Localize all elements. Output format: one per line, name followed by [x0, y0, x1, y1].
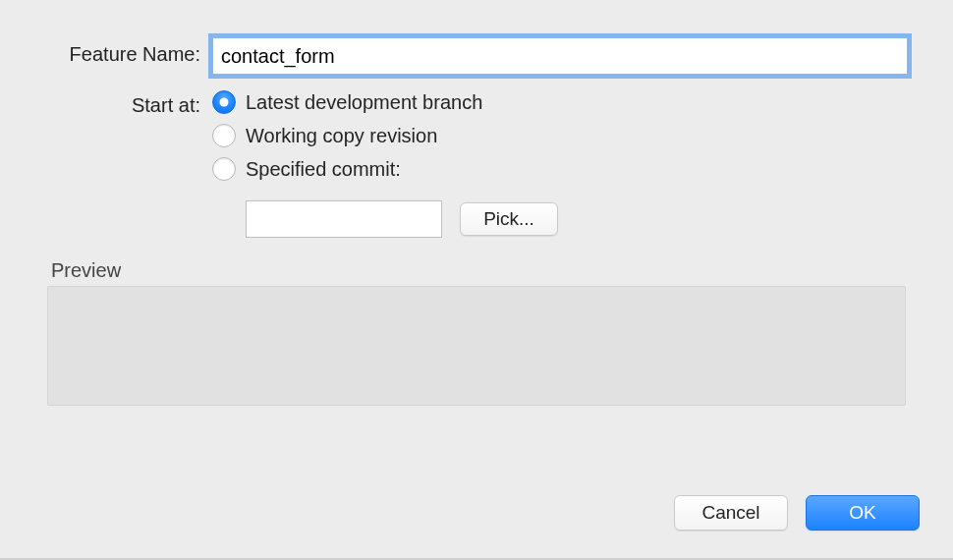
start-at-row: Start at: Latest development branch Work… [45, 88, 908, 238]
radio-label: Specified commit: [246, 158, 401, 181]
radio-button-icon [212, 157, 236, 181]
feature-name-field [212, 37, 908, 75]
commit-input[interactable] [246, 200, 442, 238]
feature-name-row: Feature Name: [45, 37, 908, 75]
radio-label: Latest development branch [246, 91, 482, 114]
feature-name-label: Feature Name: [45, 37, 212, 66]
radio-label: Working copy revision [246, 125, 437, 147]
preview-box [47, 286, 906, 406]
feature-name-input[interactable] [212, 37, 908, 75]
radio-latest-development[interactable]: Latest development branch [212, 90, 908, 114]
dialog-footer: Cancel OK [674, 495, 920, 531]
radio-specified-commit[interactable]: Specified commit: [212, 157, 908, 181]
radio-button-icon [212, 124, 236, 147]
start-at-label: Start at: [45, 88, 212, 117]
new-feature-dialog: Feature Name: Start at: Latest developme… [0, 0, 953, 406]
preview-label: Preview [51, 259, 906, 282]
cancel-button[interactable]: Cancel [674, 495, 788, 531]
start-at-radio-group: Latest development branch Working copy r… [212, 88, 908, 238]
preview-section: Preview [45, 259, 908, 406]
ok-button[interactable]: OK [806, 495, 920, 531]
specified-commit-row: Pick... [246, 200, 908, 238]
pick-button[interactable]: Pick... [460, 202, 558, 236]
radio-working-copy[interactable]: Working copy revision [212, 124, 908, 147]
radio-button-icon [212, 90, 236, 114]
